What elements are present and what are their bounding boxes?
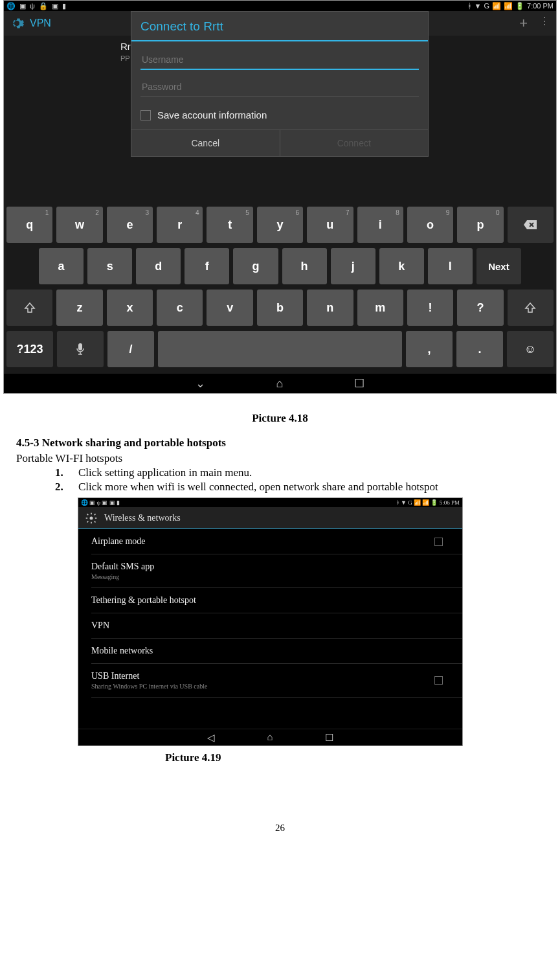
key-b[interactable]: b bbox=[257, 290, 303, 326]
key-comma[interactable]: , bbox=[406, 331, 453, 367]
key-u[interactable]: 7u bbox=[307, 207, 353, 243]
status-right-2: ᚼ ▼ G 📶 📶 🔋 5:06 PM bbox=[396, 499, 460, 506]
key-a[interactable]: a bbox=[39, 248, 84, 284]
emoji-key[interactable]: ☺ bbox=[507, 331, 554, 367]
home-icon[interactable]: ⌂ bbox=[267, 732, 273, 743]
key-p[interactable]: 0p bbox=[457, 207, 503, 243]
key-k[interactable]: k bbox=[379, 248, 424, 284]
shift-key-right[interactable] bbox=[508, 290, 554, 326]
key-e[interactable]: 3e bbox=[107, 207, 153, 243]
screenshot-wireless-networks: 🌐 ▣ ψ ▣ ▣ ▮ ᚼ ▼ G 📶 📶 🔋 5:06 PM Wireless… bbox=[78, 497, 463, 746]
usb-internet-item[interactable]: USB Internet Sharing Windows PC internet… bbox=[91, 664, 462, 698]
network-label: G bbox=[484, 2, 489, 10]
status-bar-2: 🌐 ▣ ψ ▣ ▣ ▮ ᚼ ▼ G 📶 📶 🔋 5:06 PM bbox=[78, 498, 462, 507]
key-t[interactable]: 5t bbox=[207, 207, 252, 243]
key-l[interactable]: l bbox=[428, 248, 473, 284]
keyboard-row-1: 1q 2w 3e 4r 5t 6y 7u 8i 9o 0p bbox=[6, 207, 554, 243]
shift-key-left[interactable] bbox=[6, 290, 52, 326]
vpn-list-item[interactable]: Rr PP bbox=[120, 41, 131, 63]
key-z[interactable]: z bbox=[56, 290, 102, 326]
username-input[interactable] bbox=[140, 51, 419, 70]
key-slash[interactable]: / bbox=[107, 331, 154, 367]
clock-text: 7:00 PM bbox=[527, 2, 554, 10]
backspace-icon bbox=[522, 219, 538, 231]
connect-dialog: Connect to Rrtt Save account information… bbox=[131, 11, 429, 157]
wifi-icon: ▼ bbox=[475, 2, 482, 10]
svg-point-0 bbox=[15, 21, 19, 25]
item-label: Default SMS app bbox=[91, 562, 154, 571]
key-period[interactable]: . bbox=[456, 331, 503, 367]
list-text: Click more when wifi is well connected, … bbox=[78, 481, 438, 494]
signal-icon-2: 📶 bbox=[504, 2, 513, 10]
key-q[interactable]: 1q bbox=[6, 207, 52, 243]
numbered-list: 1. Click setting application in main men… bbox=[55, 466, 544, 494]
key-question[interactable]: ? bbox=[457, 290, 503, 326]
settings-gear-icon[interactable] bbox=[9, 16, 25, 31]
symbols-key[interactable]: ?123 bbox=[6, 331, 53, 367]
mic-key[interactable] bbox=[57, 331, 104, 367]
vpn-content-area: Rr PP Connect to Rrtt Save account infor… bbox=[4, 36, 556, 204]
key-i[interactable]: 8i bbox=[357, 207, 403, 243]
spacebar-key[interactable] bbox=[158, 331, 402, 367]
key-w[interactable]: 2w bbox=[56, 207, 102, 243]
add-vpn-icon[interactable]: + bbox=[519, 15, 528, 32]
key-exclaim[interactable]: ! bbox=[407, 290, 453, 326]
key-r[interactable]: 4r bbox=[157, 207, 203, 243]
key-j[interactable]: j bbox=[331, 248, 375, 284]
key-d[interactable]: d bbox=[136, 248, 181, 284]
save-account-label: Save account information bbox=[157, 109, 267, 120]
usb-checkbox[interactable] bbox=[434, 676, 443, 685]
key-n[interactable]: n bbox=[307, 290, 353, 326]
list-number: 2. bbox=[55, 481, 67, 494]
settings-gear-icon[interactable] bbox=[85, 512, 98, 525]
next-key[interactable]: Next bbox=[476, 248, 521, 284]
connect-button[interactable]: Connect bbox=[280, 130, 429, 156]
item-label: Mobile networks bbox=[91, 646, 153, 656]
vpn-item[interactable]: VPN bbox=[91, 613, 462, 639]
key-x[interactable]: x bbox=[107, 290, 153, 326]
save-account-checkbox[interactable] bbox=[140, 110, 151, 120]
key-s[interactable]: s bbox=[87, 248, 132, 284]
list-text: Click setting application in main menu. bbox=[78, 466, 252, 479]
back-icon[interactable]: ◁ bbox=[207, 732, 215, 744]
key-h[interactable]: h bbox=[282, 248, 327, 284]
key-m[interactable]: m bbox=[357, 290, 403, 326]
mobile-networks-item[interactable]: Mobile networks bbox=[91, 639, 462, 664]
list-number: 1. bbox=[55, 466, 67, 479]
airplane-mode-item[interactable]: Airplane mode bbox=[91, 529, 462, 554]
keyboard-hide-icon[interactable]: ⌄ bbox=[196, 376, 205, 391]
mic-icon bbox=[76, 343, 85, 356]
default-sms-item[interactable]: Default SMS app Messaging bbox=[91, 554, 462, 588]
save-account-row[interactable]: Save account information bbox=[140, 109, 419, 120]
key-y[interactable]: 6y bbox=[257, 207, 303, 243]
password-input[interactable] bbox=[140, 78, 419, 97]
shift-icon bbox=[524, 302, 536, 313]
caption-4-19: Picture 4.19 bbox=[165, 751, 544, 764]
key-f[interactable]: f bbox=[185, 248, 229, 284]
recent-apps-icon[interactable]: ☐ bbox=[354, 376, 364, 391]
recent-apps-icon[interactable]: ☐ bbox=[325, 732, 333, 744]
cancel-button[interactable]: Cancel bbox=[131, 130, 280, 156]
home-icon[interactable]: ⌂ bbox=[276, 377, 284, 391]
key-c[interactable]: c bbox=[157, 290, 203, 326]
globe-icon: 🌐 bbox=[6, 2, 16, 10]
screenshot-vpn-dialog: 🌐 ▣ ψ 🔒 ▣ ▮ ᚼ ▼ G 📶 📶 🔋 7:00 PM VPN + ⋮ … bbox=[3, 0, 557, 394]
status-right-icons: ᚼ ▼ G 📶 📶 🔋 7:00 PM bbox=[467, 2, 554, 10]
list-item-1: 1. Click setting application in main men… bbox=[55, 466, 544, 479]
nav-bar: ⌄ ⌂ ☐ bbox=[4, 374, 556, 393]
usb-icon: ψ bbox=[30, 2, 35, 10]
overflow-menu-icon[interactable]: ⋮ bbox=[539, 15, 550, 32]
backspace-key[interactable] bbox=[508, 207, 554, 243]
signal-icon: 📶 bbox=[492, 2, 501, 10]
section-heading: 4.5-3 Network sharing and portable hotsp… bbox=[16, 437, 544, 449]
status-left-icons: 🌐 ▣ ψ 🔒 ▣ ▮ bbox=[6, 2, 66, 10]
wireless-header: Wireless & networks bbox=[78, 507, 462, 529]
tethering-item[interactable]: Tethering & portable hotspot bbox=[91, 588, 462, 613]
bluetooth-icon: ᚼ bbox=[467, 2, 472, 10]
airplane-checkbox[interactable] bbox=[434, 538, 443, 546]
key-v[interactable]: v bbox=[207, 290, 252, 326]
key-o[interactable]: 9o bbox=[407, 207, 453, 243]
vpn-item-name: Rr bbox=[120, 41, 131, 52]
caption-4-18: Picture 4.18 bbox=[16, 412, 544, 425]
key-g[interactable]: g bbox=[233, 248, 278, 284]
